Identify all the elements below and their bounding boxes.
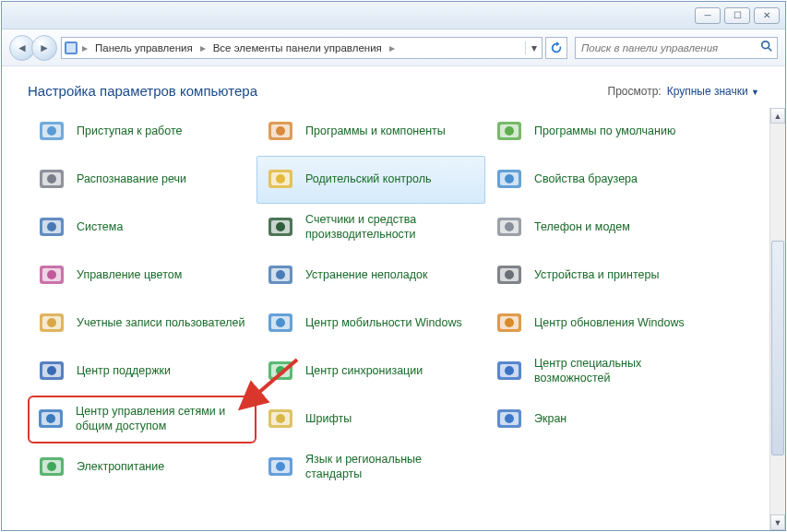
item-label: Родительский контроль (305, 172, 431, 187)
search-input[interactable] (576, 42, 757, 53)
svg-point-30 (505, 222, 514, 231)
network-icon (35, 404, 66, 435)
cp-item-troubleshoot[interactable]: Устранение неполадок (256, 252, 485, 300)
update-icon (494, 308, 525, 339)
svg-point-21 (505, 174, 514, 183)
close-button[interactable]: ✕ (754, 7, 780, 24)
breadcrumb-item[interactable]: Панель управления (89, 42, 198, 53)
cp-item-ease[interactable]: Центр специальных возможностей (485, 348, 714, 396)
cp-item-system[interactable]: Система (28, 204, 256, 252)
cp-item-update[interactable]: Центр обновления Windows (485, 300, 714, 348)
svg-point-63 (276, 414, 285, 423)
region-icon (265, 452, 296, 483)
item-label: Устройства и принтеры (534, 268, 659, 283)
cp-item-power[interactable]: Электропитание (28, 443, 256, 491)
breadcrumb-item[interactable]: Все элементы панели управления (208, 42, 388, 53)
cp-item-perf[interactable]: Счетчики и средства производительности (256, 204, 485, 252)
item-label: Центр специальных возможностей (534, 357, 706, 385)
item-label: Электропитание (77, 460, 164, 475)
power-icon (36, 452, 67, 483)
cp-item-network[interactable]: Центр управления сетями и общим доступом (28, 396, 256, 443)
internet-icon (494, 164, 525, 195)
svg-rect-1 (66, 43, 76, 53)
item-label: Телефон и модем (534, 220, 630, 235)
item-label: Учетные записи пользователей (77, 316, 245, 331)
svg-point-60 (46, 414, 55, 423)
programs-icon (265, 116, 296, 148)
item-label: Устранение неполадок (305, 268, 427, 283)
scroll-thumb[interactable] (771, 241, 784, 455)
item-label: Программы и компоненты (305, 124, 446, 139)
item-label: Язык и региональные стандарты (305, 453, 477, 481)
svg-line-3 (769, 48, 772, 52)
view-label: Просмотр: (608, 85, 662, 98)
scroll-down-button[interactable]: ▼ (770, 514, 785, 530)
cp-item-speech[interactable]: Распознавание речи (28, 156, 256, 204)
svg-point-2 (762, 41, 769, 49)
forward-button[interactable]: ► (31, 35, 57, 61)
cp-item-sync[interactable]: Центр синхронизации (256, 348, 485, 396)
svg-point-27 (276, 222, 285, 231)
svg-point-24 (47, 222, 56, 231)
cp-item-getting-started[interactable]: Приступая к работе (28, 108, 256, 156)
chevron-right-icon: ▸ (198, 41, 208, 54)
maximize-button[interactable]: ☐ (724, 7, 750, 24)
item-label: Приступая к работе (77, 124, 182, 139)
item-label: Система (77, 220, 123, 235)
cp-item-parental[interactable]: Родительский контроль (256, 156, 485, 204)
svg-point-72 (276, 462, 285, 471)
scroll-up-button[interactable]: ▲ (770, 108, 785, 124)
address-dropdown[interactable]: ▾ (525, 41, 542, 54)
devices-icon (494, 260, 525, 291)
mobility-icon (265, 308, 296, 339)
svg-point-42 (47, 318, 56, 327)
search-icon[interactable] (757, 40, 777, 55)
svg-point-36 (276, 270, 285, 279)
svg-point-57 (505, 366, 514, 375)
item-label: Центр мобильности Windows (305, 316, 462, 331)
view-mode-link[interactable]: Крупные значки ▼ (667, 85, 759, 98)
cp-item-fonts[interactable]: Шрифты (256, 396, 485, 443)
item-label: Счетчики и средства производительности (305, 213, 477, 242)
chevron-right-icon: ▸ (388, 41, 397, 54)
svg-point-6 (47, 126, 56, 136)
system-icon (36, 212, 67, 243)
cp-item-mobility[interactable]: Центр мобильности Windows (256, 300, 485, 348)
refresh-button[interactable] (545, 37, 567, 59)
control-panel-icon (62, 41, 80, 55)
cp-item-action[interactable]: Центр поддержки (28, 348, 256, 396)
display-icon (494, 404, 525, 435)
items-grid: Приступая к работе Программы и компонент… (28, 108, 772, 491)
chevron-down-icon: ▼ (751, 88, 759, 97)
perf-icon (265, 212, 296, 243)
item-label: Шрифты (305, 412, 352, 427)
phone-icon (494, 212, 525, 243)
troubleshoot-icon (265, 260, 296, 291)
svg-point-33 (47, 270, 56, 279)
cp-item-color[interactable]: Управление цветом (28, 252, 256, 300)
defaults-icon (494, 116, 525, 148)
svg-point-18 (276, 174, 285, 183)
svg-point-45 (276, 318, 285, 327)
cp-item-defaults[interactable]: Программы по умолчанию (485, 108, 714, 156)
parental-icon (265, 164, 296, 195)
cp-item-devices[interactable]: Устройства и принтеры (485, 252, 714, 300)
minimize-button[interactable]: ─ (695, 7, 721, 24)
speech-icon (36, 164, 67, 195)
address-bar[interactable]: ▸ Панель управления ▸ Все элементы панел… (61, 37, 543, 59)
cp-item-phone[interactable]: Телефон и модем (485, 204, 714, 252)
color-icon (36, 260, 67, 291)
scroll-track[interactable] (770, 124, 785, 514)
search-box[interactable] (575, 37, 778, 59)
svg-point-51 (47, 366, 56, 375)
action-icon (36, 356, 67, 387)
item-label: Свойства браузера (534, 172, 638, 187)
fonts-icon (265, 404, 296, 435)
item-label: Распознавание речи (77, 172, 186, 187)
item-label: Центр поддержки (77, 364, 171, 379)
cp-item-internet[interactable]: Свойства браузера (485, 156, 714, 204)
cp-item-region[interactable]: Язык и региональные стандарты (256, 443, 485, 491)
cp-item-display[interactable]: Экран (485, 396, 714, 443)
cp-item-users[interactable]: Учетные записи пользователей (28, 300, 256, 348)
cp-item-programs[interactable]: Программы и компоненты (256, 108, 485, 156)
